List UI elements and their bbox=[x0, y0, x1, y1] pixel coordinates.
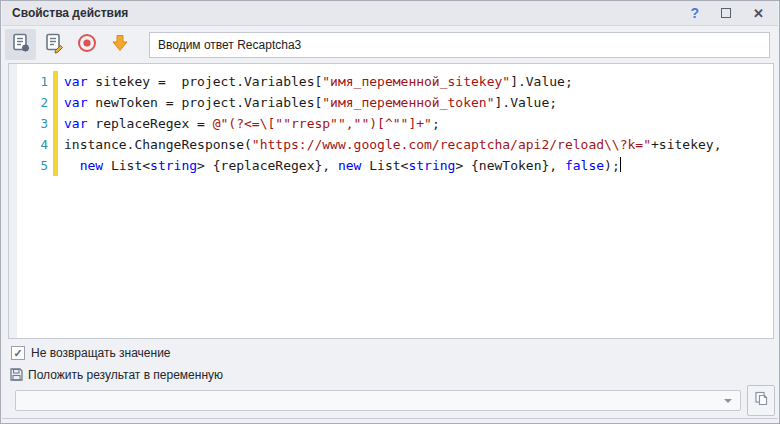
text-caret bbox=[620, 157, 621, 172]
change-bar bbox=[53, 71, 58, 92]
action-properties-window: Свойства действия ? ✕ bbox=[0, 0, 780, 424]
no-return-checkbox[interactable]: ✓ bbox=[11, 346, 25, 360]
code-line: 4instance.ChangeResponse("https://www.go… bbox=[9, 134, 773, 155]
close-button[interactable]: ✕ bbox=[753, 6, 764, 21]
record-icon bbox=[76, 32, 98, 58]
document-edit-icon bbox=[43, 32, 65, 58]
change-bar bbox=[53, 155, 58, 176]
save-result-icon bbox=[9, 367, 24, 382]
bottom-frame-line bbox=[2, 418, 778, 419]
copy-button[interactable] bbox=[747, 385, 775, 416]
toolbar bbox=[2, 26, 778, 63]
settings-view-button[interactable] bbox=[5, 29, 36, 60]
result-variable-select[interactable] bbox=[15, 390, 741, 411]
change-bar bbox=[53, 113, 58, 134]
save-result-label: Положить результат в переменную bbox=[28, 368, 223, 382]
down-arrow-icon bbox=[109, 32, 131, 58]
change-bar bbox=[53, 92, 58, 113]
copy-icon bbox=[753, 390, 770, 411]
code-line: 1var sitekey = project.Variables["имя_пе… bbox=[9, 71, 773, 92]
code-line: 2var newToken = project.Variables["имя_п… bbox=[9, 92, 773, 113]
window-controls: ? ✕ bbox=[691, 5, 768, 21]
code-line: 5 new List<string> {replaceRegex}, new L… bbox=[9, 155, 773, 176]
no-return-option: ✓ Не возвращать значение bbox=[11, 346, 171, 360]
chevron-down-icon bbox=[724, 399, 732, 403]
record-button[interactable] bbox=[71, 29, 102, 60]
help-button[interactable]: ? bbox=[691, 5, 700, 21]
code-view-button[interactable] bbox=[38, 29, 69, 60]
code-editor[interactable]: 1var sitekey = project.Variables["имя_пе… bbox=[8, 63, 774, 339]
maximize-button[interactable] bbox=[721, 8, 731, 18]
line-number: 2 bbox=[9, 92, 48, 113]
save-result-option: Положить результат в переменную bbox=[9, 367, 223, 382]
line-number: 4 bbox=[9, 134, 48, 155]
no-return-label: Не возвращать значение bbox=[31, 346, 171, 360]
action-name-input[interactable] bbox=[149, 32, 770, 58]
window-title: Свойства действия bbox=[12, 6, 128, 20]
document-gear-icon bbox=[10, 32, 32, 58]
line-number: 5 bbox=[9, 155, 48, 176]
code-line: 3var replaceRegex = @"(?<=\[""rresp"",""… bbox=[9, 113, 773, 134]
title-bar: Свойства действия ? ✕ bbox=[2, 1, 778, 26]
change-bar bbox=[53, 134, 58, 155]
line-number: 1 bbox=[9, 71, 48, 92]
line-number: 3 bbox=[9, 113, 48, 134]
insert-down-button[interactable] bbox=[104, 29, 135, 60]
code-lines: 1var sitekey = project.Variables["имя_пе… bbox=[9, 64, 773, 176]
